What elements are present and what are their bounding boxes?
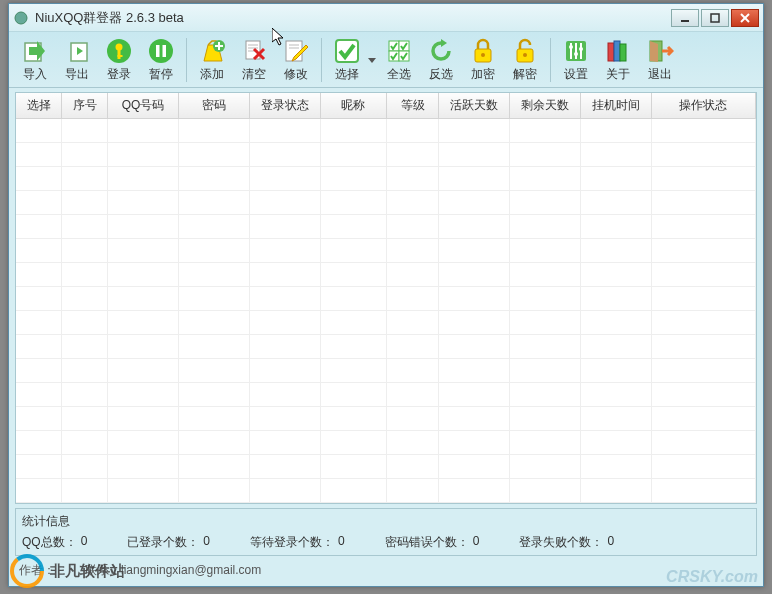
table-row[interactable] bbox=[16, 359, 756, 383]
select-all-button[interactable]: 全选 bbox=[379, 35, 419, 85]
select-button[interactable]: 选择 bbox=[327, 35, 367, 85]
pause-icon bbox=[147, 37, 175, 65]
import-icon bbox=[21, 37, 49, 65]
table-row[interactable] bbox=[16, 407, 756, 431]
svg-rect-44 bbox=[620, 44, 626, 61]
invert-selection-button[interactable]: 反选 bbox=[421, 35, 461, 85]
dropdown-arrow-icon[interactable] bbox=[367, 35, 377, 85]
stats-item: 等待登录个数：0 bbox=[250, 534, 345, 551]
table-row[interactable] bbox=[16, 263, 756, 287]
svg-point-40 bbox=[574, 52, 578, 56]
svg-rect-43 bbox=[614, 41, 620, 61]
login-button[interactable]: 登录 bbox=[99, 35, 139, 85]
table-row[interactable] bbox=[16, 191, 756, 215]
key-icon bbox=[105, 37, 133, 65]
add-button[interactable]: 添加 bbox=[192, 35, 232, 85]
column-header[interactable]: QQ号码 bbox=[108, 93, 179, 119]
window-title: NiuXQQ群登器 2.6.3 beta bbox=[35, 9, 671, 27]
edit-icon bbox=[282, 37, 310, 65]
column-header[interactable]: 昵称 bbox=[320, 93, 387, 119]
table-row[interactable] bbox=[16, 383, 756, 407]
column-header[interactable]: 密码 bbox=[178, 93, 249, 119]
stats-panel: 统计信息 QQ总数：0已登录个数：0等待登录个数：0密码错误个数：0登录失败个数… bbox=[15, 508, 757, 556]
column-header[interactable]: 选择 bbox=[16, 93, 62, 119]
toolbar: 导入 导出 登录 暂停 添加 清空 修改 选择 全选 反选 加密 解密 设置 关… bbox=[9, 32, 763, 88]
svg-point-11 bbox=[149, 39, 173, 63]
clear-icon bbox=[240, 37, 268, 65]
close-button[interactable] bbox=[731, 9, 759, 27]
unlock-icon bbox=[511, 37, 539, 65]
clear-button[interactable]: 清空 bbox=[234, 35, 274, 85]
column-header[interactable]: 挂机时间 bbox=[580, 93, 651, 119]
select-dropdown[interactable]: 选择 bbox=[327, 35, 377, 85]
svg-point-39 bbox=[569, 45, 573, 49]
toolbar-separator bbox=[186, 38, 187, 82]
svg-rect-9 bbox=[118, 49, 121, 59]
stats-item: QQ总数：0 bbox=[22, 534, 87, 551]
column-header[interactable]: 序号 bbox=[62, 93, 108, 119]
svg-rect-10 bbox=[118, 55, 123, 57]
stats-item: 登录失败个数：0 bbox=[519, 534, 614, 551]
footer: 作者： 联系：liangmingxian@gmail.com bbox=[9, 558, 763, 583]
table-row[interactable] bbox=[16, 311, 756, 335]
modify-button[interactable]: 修改 bbox=[276, 35, 316, 85]
select-all-icon bbox=[385, 37, 413, 65]
window-controls bbox=[671, 9, 759, 27]
minimize-button[interactable] bbox=[671, 9, 699, 27]
settings-icon bbox=[562, 37, 590, 65]
svg-rect-13 bbox=[163, 45, 167, 57]
check-icon bbox=[333, 37, 361, 65]
toolbar-separator bbox=[321, 38, 322, 82]
refresh-icon bbox=[427, 37, 455, 65]
maximize-button[interactable] bbox=[701, 9, 729, 27]
import-button[interactable]: 导入 bbox=[15, 35, 55, 85]
svg-point-41 bbox=[579, 47, 583, 51]
column-header[interactable]: 登录状态 bbox=[249, 93, 320, 119]
column-header[interactable]: 操作状态 bbox=[651, 93, 755, 119]
exit-button[interactable]: 退出 bbox=[640, 35, 680, 85]
table-row[interactable] bbox=[16, 143, 756, 167]
books-icon bbox=[604, 37, 632, 65]
settings-button[interactable]: 设置 bbox=[556, 35, 596, 85]
table-row[interactable] bbox=[16, 239, 756, 263]
table-row[interactable] bbox=[16, 431, 756, 455]
stats-title: 统计信息 bbox=[22, 511, 750, 532]
export-button[interactable]: 导出 bbox=[57, 35, 97, 85]
lock-icon bbox=[469, 37, 497, 65]
table-row[interactable] bbox=[16, 215, 756, 239]
data-table: 选择序号QQ号码密码登录状态昵称等级活跃天数剩余天数挂机时间操作状态 bbox=[16, 93, 756, 503]
svg-rect-42 bbox=[608, 43, 614, 61]
exit-icon bbox=[646, 37, 674, 65]
app-window: NiuXQQ群登器 2.6.3 beta 导入 导出 登录 暂停 添加 清空 修… bbox=[8, 3, 764, 587]
svg-point-0 bbox=[15, 12, 27, 24]
encrypt-button[interactable]: 加密 bbox=[463, 35, 503, 85]
decrypt-button[interactable]: 解密 bbox=[505, 35, 545, 85]
table-row[interactable] bbox=[16, 335, 756, 359]
table-row[interactable] bbox=[16, 287, 756, 311]
contact-label: 联系：liangmingxian@gmail.com bbox=[85, 562, 261, 579]
author-label: 作者： bbox=[19, 562, 55, 579]
svg-rect-12 bbox=[156, 45, 160, 57]
column-header[interactable]: 活跃天数 bbox=[439, 93, 510, 119]
toolbar-separator bbox=[550, 38, 551, 82]
svg-point-32 bbox=[481, 53, 485, 57]
stats-item: 已登录个数：0 bbox=[127, 534, 210, 551]
add-icon bbox=[198, 37, 226, 65]
table-row[interactable] bbox=[16, 455, 756, 479]
svg-point-34 bbox=[523, 53, 527, 57]
table-row[interactable] bbox=[16, 119, 756, 143]
pause-button[interactable]: 暂停 bbox=[141, 35, 181, 85]
about-button[interactable]: 关于 bbox=[598, 35, 638, 85]
data-table-container[interactable]: 选择序号QQ号码密码登录状态昵称等级活跃天数剩余天数挂机时间操作状态 bbox=[15, 92, 757, 504]
titlebar[interactable]: NiuXQQ群登器 2.6.3 beta bbox=[9, 4, 763, 32]
stats-item: 密码错误个数：0 bbox=[385, 534, 480, 551]
column-header[interactable]: 等级 bbox=[387, 93, 439, 119]
app-icon bbox=[13, 10, 29, 26]
table-row[interactable] bbox=[16, 479, 756, 503]
column-header[interactable]: 剩余天数 bbox=[510, 93, 581, 119]
svg-rect-2 bbox=[711, 14, 719, 22]
export-icon bbox=[63, 37, 91, 65]
table-row[interactable] bbox=[16, 167, 756, 191]
